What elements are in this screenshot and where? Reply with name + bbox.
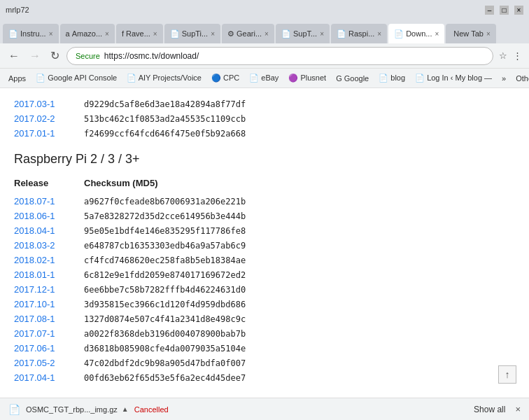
table-row: 2017.05-247c02dbdf2dc9b98a905d47bdfa0f00… (14, 356, 515, 370)
download-filename: OSMC_TGT_rbp..._img.gz (26, 405, 118, 414)
checksum-value: a0022f8368deb3196d004078900bab7b (84, 329, 246, 339)
tab-tab-amazon[interactable]: aAmazo...× (60, 24, 115, 43)
bookmark-item-1[interactable]: 📄 Google API Console (33, 72, 120, 84)
table-row: 2017.01-1f24699ccf64fcd646f475e0f5b92a66… (14, 126, 515, 141)
release-link[interactable]: 2017.12-1 (14, 284, 55, 295)
table-row: 2017.03-1d9229dc5af8e6d3ae18a42894a8f77d… (14, 97, 515, 111)
table-row: 2018.04-195e05e1bdf4e146e835295f117786fe… (14, 223, 515, 238)
bookmark-item-5[interactable]: 🟣 Plusnet (285, 72, 329, 84)
release-link[interactable]: 2017.08-1 (14, 314, 55, 324)
releases-table: Release Checksum (MD5) 2018.07-1a9627f0c… (14, 175, 515, 385)
release-link[interactable]: 2017.01-1 (14, 128, 55, 139)
tab-close-icon[interactable]: × (435, 30, 439, 38)
bookmark-item-7[interactable]: 📄 blog (376, 72, 408, 84)
tab-close-icon[interactable]: × (153, 30, 157, 38)
table-row: 2017.02-2513bc462c1f0853ad2a45535c1109cc… (14, 111, 515, 126)
section-title: Raspberry Pi 2 / 3 / 3+ (14, 152, 515, 167)
release-link[interactable]: 2017.07-1 (14, 328, 55, 339)
show-all-button[interactable]: Show all (470, 403, 509, 416)
col-header-checksum: Checksum (MD5) (84, 175, 515, 194)
release-link[interactable]: 2017.10-1 (14, 299, 55, 309)
tab-tab-instru[interactable]: 📄Instru...× (3, 24, 59, 43)
tab-tab-gear[interactable]: ⚙Geari...× (222, 24, 274, 43)
tab-tab-sup1[interactable]: 📄SupTi...× (164, 24, 220, 43)
tab-close-icon[interactable]: × (264, 30, 269, 38)
bookmark-item-9[interactable]: » (499, 73, 509, 84)
table-row: 2017.12-16ee6bbe7c58b7282fffb4d46224631d… (14, 282, 515, 297)
tab-close-icon[interactable]: × (377, 30, 381, 38)
table-row: 2017.07-1a0022f8368deb3196d004078900bab7… (14, 326, 515, 341)
title-bar-user: mrlp72 (6, 6, 29, 14)
release-link[interactable]: 2017.04-1 (14, 372, 55, 383)
release-link[interactable]: 2017.03-1 (14, 99, 55, 109)
tab-tab-raspi[interactable]: 📄Raspi...× (331, 24, 387, 43)
tab-close-icon[interactable]: × (49, 30, 53, 38)
checksum-value: e648787cb16353303edb46a9a57ab6c9 (84, 241, 246, 251)
menu-icon[interactable]: ⋮ (512, 49, 523, 62)
checksum-value: 00fd63eb62f65d53e5f6a2ec4d45dee7 (84, 373, 246, 383)
checksum-value: f24699ccf64fcd646f475e0f5b92a668 (84, 129, 246, 139)
bookmarks-bar: Apps📄 Google API Console📄 AIY Projects/V… (0, 69, 529, 88)
download-file-icon: 📄 (8, 404, 20, 415)
reload-button[interactable]: ↻ (48, 48, 62, 64)
checksum-value: 3d935815ec3966c1d120f4d959dbd686 (84, 300, 246, 309)
checksum-value: 513bc462c1f0853ad2a45535c1109ccb (84, 114, 246, 124)
tab-tab-sup2[interactable]: 📄SupT...× (276, 24, 330, 43)
close-button[interactable]: × (514, 6, 523, 15)
table-row: 2017.04-100fd63eb62f65d53e5f6a2ec4d45dee… (14, 370, 515, 385)
title-bar-left: mrlp72 (6, 6, 29, 14)
back-button[interactable]: ← (6, 48, 22, 64)
checksum-value: d9229dc5af8e6d3ae18a42894a8f77df (84, 99, 246, 109)
bookmark-item-6[interactable]: G Google (333, 73, 372, 84)
release-link[interactable]: 2017.05-2 (14, 358, 55, 368)
release-link[interactable]: 2018.01-1 (14, 270, 55, 280)
bookmark-item-4[interactable]: 📄 eBay (246, 72, 281, 84)
table-row: 2018.01-16c812e9e1fdd2059e874017169672ed… (14, 267, 515, 282)
other-bookmarks[interactable]: Other bookmarks (513, 73, 529, 84)
table-row: 2017.10-13d935815ec3966c1d120f4d959dbd68… (14, 297, 515, 312)
checksum-value: 47c02dbdf2dc9b98a905d47bdfa0f007 (84, 358, 246, 368)
checksum-value: 6ee6bbe7c58b7282fffb4d46224631d0 (84, 285, 246, 295)
table-row: 2018.02-1cf4fcd7468620ec258fa8b5eb18384a… (14, 253, 515, 267)
bookmark-item-3[interactable]: 🔵 CPC (209, 72, 242, 84)
minimize-button[interactable]: – (485, 6, 494, 15)
maximize-button[interactable]: □ (500, 6, 509, 15)
tab-close-icon[interactable]: × (486, 30, 491, 38)
url-bar[interactable]: Secure https://osmc.tv/download/ (66, 47, 493, 65)
tab-close-icon[interactable]: × (105, 30, 109, 38)
release-link[interactable]: 2017.02-2 (14, 113, 55, 124)
checksum-value: 1327d0874e507c4f41a2341d8e498c9c (84, 314, 246, 324)
table-row: 2018.03-2e648787cb16353303edb46a9a57ab6c… (14, 238, 515, 253)
tabs-bar: 📄Instru...×aAmazo...×fRave...×📄SupTi...×… (0, 20, 529, 43)
checksum-value: 95e05e1bdf4e146e835295f117786fe8 (84, 226, 246, 236)
release-link[interactable]: 2018.07-1 (14, 196, 55, 206)
checksum-value: cf4fcd7468620ec258fa8b5eb18384ae (84, 255, 246, 265)
release-link[interactable]: 2018.03-2 (14, 240, 55, 251)
tab-close-icon[interactable]: × (320, 30, 324, 38)
download-item: OSMC_TGT_rbp..._img.gz ▲ (26, 405, 129, 414)
download-chevron-icon[interactable]: ▲ (122, 405, 129, 413)
release-link[interactable]: 2017.06-1 (14, 343, 55, 354)
bookmark-item-2[interactable]: 📄 AIY Projects/Voice (124, 72, 204, 84)
download-bar: 📄 OSMC_TGT_rbp..._img.gz ▲ Cancelled Sho… (0, 398, 529, 420)
table-row: 2017.08-11327d0874e507c4f41a2341d8e498c9… (14, 312, 515, 326)
release-link[interactable]: 2018.06-1 (14, 211, 55, 221)
bookmark-item-0[interactable]: Apps (6, 73, 29, 84)
release-link[interactable]: 2018.02-1 (14, 255, 55, 265)
url-bar-actions: ☆ ⋮ (498, 49, 523, 62)
url-text: https://osmc.tv/download/ (104, 51, 199, 61)
checksum-value: 6c812e9e1fdd2059e874017169672ed2 (84, 270, 246, 280)
forward-button[interactable]: → (27, 48, 43, 64)
download-close-button[interactable]: × (515, 404, 521, 414)
top-rows-section: 2017.03-1d9229dc5af8e6d3ae18a42894a8f77d… (14, 97, 515, 141)
page-content: 2017.03-1d9229dc5af8e6d3ae18a42894a8f77d… (0, 88, 529, 398)
tab-close-icon[interactable]: × (211, 30, 215, 38)
table-row: 2018.07-1a9627f0cfeade8b67006931a206e221… (14, 194, 515, 209)
release-link[interactable]: 2018.04-1 (14, 225, 55, 236)
tab-tab-new[interactable]: New Tab× (446, 24, 495, 43)
bookmark-icon[interactable]: ☆ (498, 49, 509, 62)
bookmark-item-8[interactable]: 📄 Log In ‹ My blog — (412, 72, 495, 84)
tab-tab-fb[interactable]: fRave...× (116, 24, 163, 43)
scroll-top-button[interactable]: ↑ (498, 365, 516, 384)
tab-tab-down[interactable]: 📄Down...× (388, 24, 444, 43)
